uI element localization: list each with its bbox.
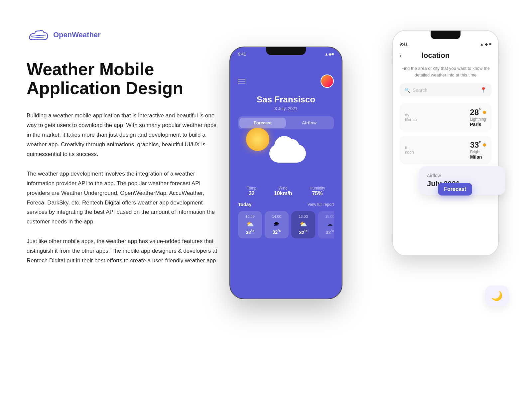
cloud-body bbox=[269, 144, 306, 163]
milan-name: Milan bbox=[470, 154, 486, 160]
front-phone-content: Sas Fransisco 3 July, 2021 Forecast Airf… bbox=[230, 58, 342, 238]
body-paragraph-3: Just like other mobile apps, the weather… bbox=[27, 237, 219, 266]
weather-stats: Temp 32 Wind 10km/h Humidity 75% bbox=[238, 186, 334, 197]
hour-card-18[interactable]: 18.00 ☁ 32°c bbox=[318, 211, 334, 238]
stat-wind: Wind 10km/h bbox=[274, 186, 292, 197]
hamburger-line-3 bbox=[238, 83, 245, 83]
milan-weather-dot bbox=[483, 143, 486, 147]
back-phone-content: ‹ location Find the area or city that yo… bbox=[393, 48, 498, 172]
hour-temp-16-val: 32 bbox=[299, 230, 304, 235]
hour-temp-10-val: 32 bbox=[246, 230, 251, 235]
city-card-left-paris: dy lifornia bbox=[405, 113, 417, 122]
location-subtitle: Find the area or city that you want to k… bbox=[400, 65, 491, 78]
hour-icon-14: 🌧 bbox=[268, 220, 285, 227]
svg-line-0 bbox=[31, 35, 46, 36]
search-input[interactable]: Search bbox=[413, 87, 477, 93]
hour-card-14[interactable]: 14.00 🌧 32°c bbox=[265, 211, 289, 238]
paris-temp: 28° bbox=[470, 108, 480, 117]
front-phone-notch bbox=[266, 47, 306, 55]
weather-illustration bbox=[238, 136, 334, 179]
stat-wind-label: Wind bbox=[274, 186, 292, 191]
city-main: Sas Fransisco 3 July, 2021 bbox=[238, 94, 334, 111]
hour-time-14: 14.00 bbox=[268, 214, 285, 218]
svg-line-1 bbox=[33, 37, 44, 38]
city-region-milan: m bbox=[405, 145, 414, 150]
hour-icon-18: ☁ bbox=[321, 220, 334, 228]
today-label: Today bbox=[238, 202, 251, 207]
page: OpenWeather Weather Mobile Application D… bbox=[0, 0, 532, 399]
headline: Weather Mobile Application Design bbox=[27, 60, 219, 98]
hour-icon-16: ⛅ bbox=[295, 220, 312, 228]
moon-card: 🌙 bbox=[485, 286, 509, 306]
location-title: location bbox=[422, 51, 450, 60]
milan-temp-value: 33 bbox=[470, 140, 479, 149]
right-content: 9:41 ▲ ◆ ■ ‹ location Find the area or c… bbox=[219, 20, 505, 379]
sun-icon bbox=[246, 128, 269, 151]
hour-temp-16: 32°c bbox=[295, 229, 312, 235]
city-card-right-milan: 33° Bright Milan bbox=[470, 140, 486, 160]
forecast-tabs: Forecast Airflow bbox=[238, 116, 334, 129]
hamburger-menu[interactable] bbox=[238, 79, 245, 83]
milan-condition: Bright bbox=[470, 150, 486, 154]
paris-name: Paris bbox=[470, 122, 486, 127]
airflow-label: Airflow bbox=[427, 173, 497, 178]
paris-temp-area: 28° bbox=[470, 108, 486, 117]
front-phone: 9:41 ▲◆■ Sas Fransisco 3 July, 2021 bbox=[229, 47, 342, 299]
hour-card-16[interactable]: 16.00 ⛅ 32°c bbox=[291, 211, 315, 238]
city-main-date: 3 July, 2021 bbox=[238, 106, 334, 111]
tab-airflow[interactable]: Airflow bbox=[286, 118, 332, 128]
stat-humidity-label: Humidity bbox=[310, 186, 325, 191]
stat-temp: Temp 32 bbox=[247, 186, 256, 197]
hourly-forecast: 10.00 ⛅ 32°c 14.00 🌧 32°c 16.00 ⛅ 32°c bbox=[238, 211, 334, 238]
user-avatar[interactable] bbox=[321, 74, 334, 88]
logo-area: OpenWeather bbox=[27, 27, 219, 43]
back-phone-time: 9:41 bbox=[400, 42, 407, 47]
tab-forecast[interactable]: Forecast bbox=[239, 118, 286, 128]
forecast-badge-text: Forecast bbox=[444, 186, 466, 192]
back-phone-signal-icons: ▲ ◆ ■ bbox=[480, 42, 491, 47]
hour-time-16: 16.00 bbox=[295, 214, 312, 218]
city-card-right-paris: 28° Lightning Paris bbox=[470, 108, 486, 127]
search-bar[interactable]: 🔍 Search 📍 bbox=[400, 83, 491, 96]
headline-line1: Weather Mobile bbox=[27, 60, 219, 79]
city-card-milan[interactable]: m ndon 33° Bright Milan bbox=[400, 136, 491, 164]
city-main-name: Sas Fransisco bbox=[238, 94, 334, 105]
paris-temp-value: 28 bbox=[470, 108, 479, 117]
front-phone-signal: ▲◆■ bbox=[325, 52, 334, 57]
body-paragraph-1: Building a weather mobile application th… bbox=[27, 111, 219, 159]
weather-graphic bbox=[259, 138, 313, 178]
front-phone-header bbox=[238, 74, 334, 88]
stat-wind-value: 10km/h bbox=[274, 191, 292, 197]
stat-humidity: Humidity 75% bbox=[310, 186, 325, 197]
location-pin-icon: 📍 bbox=[480, 87, 487, 93]
city-country-milan: ndon bbox=[405, 150, 414, 155]
openweather-logo-icon bbox=[27, 27, 50, 43]
body-paragraph-2: The weather app development involves the… bbox=[27, 169, 219, 227]
logo-text: OpenWeather bbox=[53, 31, 101, 39]
hour-temp-14-val: 32 bbox=[272, 229, 278, 235]
milan-temp: 33° bbox=[470, 140, 481, 150]
stat-humidity-value: 75% bbox=[310, 191, 325, 197]
stat-temp-label: Temp bbox=[247, 186, 256, 191]
hour-time-10: 10.00 bbox=[241, 214, 259, 218]
back-button[interactable]: ‹ bbox=[400, 52, 402, 59]
view-full-report[interactable]: View full report bbox=[308, 202, 334, 207]
front-phone-time: 9:41 bbox=[238, 52, 246, 57]
paris-weather-dot bbox=[483, 111, 486, 114]
cloud-icon bbox=[269, 144, 313, 163]
city-card-paris[interactable]: dy lifornia 28° Lightning Paris bbox=[400, 103, 491, 132]
hour-temp-14: 32°c bbox=[268, 229, 285, 235]
back-phone-nav: ‹ location bbox=[400, 51, 491, 60]
today-row: Today View full report bbox=[238, 202, 334, 207]
stat-temp-value: 32 bbox=[247, 191, 256, 197]
city-card-left-milan: m ndon bbox=[405, 145, 414, 155]
hour-temp-18-val: 32 bbox=[326, 230, 331, 235]
hour-temp-18: 32°c bbox=[321, 229, 334, 235]
hour-card-10[interactable]: 10.00 ⛅ 32°c bbox=[238, 211, 262, 238]
city-region-paris: dy bbox=[405, 113, 417, 117]
hamburger-line-1 bbox=[238, 79, 245, 79]
milan-temp-area: 33° bbox=[470, 140, 486, 150]
hour-icon-10: ⛅ bbox=[241, 220, 259, 228]
hamburger-line-2 bbox=[238, 81, 245, 81]
search-icon: 🔍 bbox=[404, 87, 410, 93]
